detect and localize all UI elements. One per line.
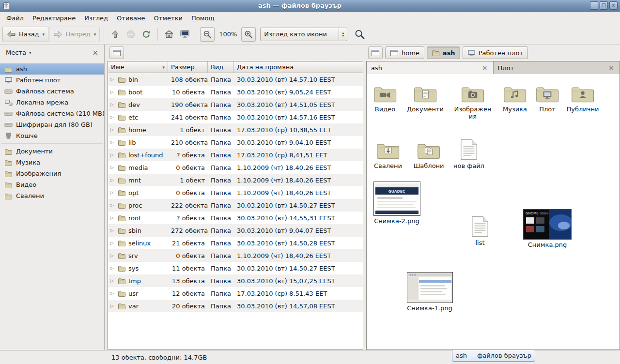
icon-view-item[interactable]: Плот [529,82,566,113]
icon-view-item[interactable]: Видео [367,82,403,113]
expander-icon[interactable]: ▷ [110,215,115,220]
icon-view-item[interactable]: Музика [496,82,533,113]
table-row[interactable]: ▷srv0 обектаПапка1.10.2009 (чт) 18,40,26… [108,249,363,262]
column-header-size[interactable]: Размер [168,61,208,73]
expander-icon[interactable]: ▷ [110,115,115,120]
tab-ash[interactable]: ash × [367,61,494,74]
menu-file[interactable]: Файл [2,13,28,24]
table-row[interactable]: ▷tmp13 обектаПапка30.03.2010 (вт) 15,07,… [108,274,363,287]
sidebar-item[interactable]: Файлова система [0,86,104,97]
table-row[interactable]: ▷media0 обектаПапка1.10.2009 (чт) 18,40,… [108,161,363,174]
table-row[interactable]: ▷etc241 обектаПапка30.03.2010 (вт) 14,57… [108,111,363,123]
table-row[interactable]: ▷root? обектаПапка30.03.2010 (вт) 14,55,… [108,212,363,224]
icon-view-item[interactable]: Публични [564,82,601,113]
expander-icon[interactable]: ▷ [110,190,115,195]
icon-view-item[interactable]: Документи [407,82,444,113]
table-row[interactable]: ▷var20 обектаПапка30.03.2010 (вт) 14,57,… [108,300,363,312]
table-row[interactable]: ▷opt0 обектаПапка1.10.2009 (чт) 18,40,26… [108,186,363,199]
expander-icon[interactable]: ▷ [110,228,115,233]
table-row[interactable]: ▷dev190 обектаПапка30.03.2010 (вт) 14,51… [108,98,363,111]
expander-icon[interactable]: ▷ [110,127,115,132]
home-button[interactable] [162,27,176,42]
view-mode-select[interactable]: Изглед като икони ▴▾ [260,28,347,41]
back-history-chevron-icon[interactable]: ▾ [43,32,45,37]
zoom-out-button[interactable] [200,27,215,42]
table-row[interactable]: ▷lost+found? обектаПапка17.03.2010 (ср) … [108,149,363,161]
up-button[interactable] [108,27,123,42]
expander-icon[interactable]: ▷ [110,203,115,208]
table-row[interactable]: ▷lib210 обектаПапка30.03.2010 (вт) 9,04,… [108,136,363,149]
sidebar-item[interactable]: Кошче [0,130,104,141]
icon-view-item[interactable]: Снимка-1.png [405,272,454,312]
minimize-button[interactable]: _ [590,1,598,10]
icon-view-item[interactable]: GNOMEStoreСнимка.png [521,209,574,248]
expander-icon[interactable]: ▷ [110,266,115,271]
table-row[interactable]: ▷mnt1 обектПапка1.10.2009 (чт) 18,40,26 … [108,174,363,186]
expander-icon[interactable]: ▷ [110,152,115,157]
sidebar-item[interactable]: Файлова система (210 MB) [0,108,104,119]
tab-close-icon[interactable]: × [607,64,615,72]
table-row[interactable]: ▷sbin272 обектаПапка30.03.2010 (вт) 9,04… [108,224,363,237]
sidebar-item[interactable]: Работен плот [0,75,104,86]
expander-icon[interactable]: ▷ [110,77,115,82]
forward-button[interactable]: Напред ▾ [49,27,100,42]
column-header-date[interactable]: Дата на промяна [234,61,363,73]
sidebar-item[interactable]: Изображения [0,168,104,179]
menu-go[interactable]: Отиване [112,13,149,24]
path-button-home[interactable]: home [385,46,424,59]
sidebar-item[interactable]: Видео [0,179,104,190]
sidebar-item[interactable]: Свалени [0,190,104,201]
column-header-name[interactable]: Име ▾ [108,61,168,73]
maximize-button[interactable]: □ [600,1,608,10]
icon-view-item[interactable]: нов файл [450,138,487,169]
expander-icon[interactable]: ▷ [110,178,115,182]
path-button-desktop[interactable]: Работен плот [463,46,528,59]
menu-edit[interactable]: Редактиране [28,13,80,24]
column-header-type[interactable]: Вид [208,61,234,73]
places-mode-select[interactable]: Места ▾ [4,47,33,58]
expander-icon[interactable]: ▷ [110,165,115,170]
zoom-in-button[interactable] [241,27,256,42]
sidebar-close-icon[interactable]: × [90,48,100,57]
menu-view[interactable]: Изглед [80,13,112,24]
table-row[interactable]: ▷usr12 обектаПапка17.03.2010 (ср) 8,51,4… [108,287,363,300]
sidebar-item[interactable]: ash [0,63,104,75]
back-button[interactable]: Назад ▾ [2,27,48,42]
menu-bookmarks[interactable]: Отметки [150,13,187,24]
path-button-ash[interactable]: ash [427,46,460,59]
expander-icon[interactable]: ▷ [110,303,115,308]
sidebar-item[interactable]: Локална мрежа [0,97,104,108]
tab-close-icon[interactable]: × [481,64,489,72]
stop-button[interactable] [124,27,138,42]
table-row[interactable]: ▷selinux21 обектаПапка30.03.2010 (вт) 14… [108,237,363,249]
icon-view-item[interactable]: Свалени [370,138,406,169]
expander-icon[interactable]: ▷ [110,291,115,296]
icon-view[interactable]: ВидеоДокументиИзображенияМузикаПлотПубли… [366,74,620,350]
expander-icon[interactable]: ▷ [110,102,115,107]
expander-icon[interactable]: ▷ [110,140,115,145]
close-button[interactable]: × [609,1,618,10]
expander-icon[interactable]: ▷ [110,241,115,245]
expander-icon[interactable]: ▷ [110,90,115,94]
icon-view-item[interactable]: Изображения [454,82,492,121]
tab-plot[interactable]: Плот × [494,61,620,74]
expander-icon[interactable]: ▷ [110,253,115,258]
titlebar[interactable]: ash — файлов браузър _ □ × [0,0,620,12]
table-row[interactable]: ▷boot10 обектаПапка30.03.2010 (вт) 9,05,… [108,86,363,98]
sidebar-item[interactable]: Музика [0,157,104,168]
sidebar-item[interactable]: Шифриран дял (80 GB) [0,119,104,130]
pane-toggle-button[interactable] [368,46,383,59]
sidebar-item[interactable]: Документи [0,146,104,157]
icon-view-item[interactable]: Шаблони [410,138,447,169]
expander-icon[interactable]: ▷ [110,278,115,283]
table-row[interactable]: ▷sys11 обектаПапка30.03.2010 (вт) 14,50,… [108,262,363,274]
table-row[interactable]: ▷bin108 обектаПапка30.03.2010 (вт) 14,57… [108,73,363,86]
icon-view-item[interactable]: GUADECСнимка-2.png [372,182,421,225]
reload-button[interactable] [139,27,154,42]
icon-view-item[interactable]: list [462,215,498,246]
table-row[interactable]: ▷proc222 обектаПапка30.03.2010 (вт) 14,5… [108,199,363,212]
computer-button[interactable] [177,27,192,42]
search-button[interactable] [352,27,367,42]
menu-help[interactable]: Помощ [187,13,219,24]
pane-toggle-button[interactable] [109,46,124,59]
